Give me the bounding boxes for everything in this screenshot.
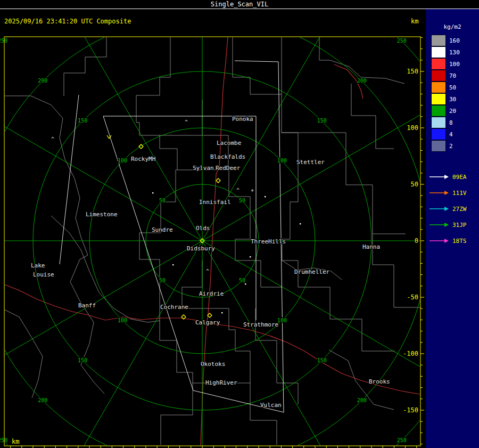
scale-value: 160	[449, 37, 460, 44]
ring-distance-label: 100	[118, 317, 127, 323]
town-label: Ponoka	[232, 116, 253, 123]
town-label: Stettler	[296, 159, 325, 166]
scale-value: 8	[449, 119, 453, 126]
town-label: Cochrane	[160, 304, 188, 311]
town-label: Limestone	[86, 211, 118, 218]
boundary-line	[51, 216, 160, 322]
radar-map-svg: ^^^^*PonokaLacombeBlackfaldsSylvanRedDee…	[0, 9, 426, 448]
town-label: Calgary	[195, 319, 220, 326]
ring-distance-label: 50	[239, 278, 245, 283]
boundary-line	[182, 260, 202, 308]
radar-arrow-icon	[429, 238, 449, 244]
ring-distance-label: 100	[277, 317, 287, 323]
ring-distance-label: 200	[38, 397, 47, 403]
town-label: Vulcan	[260, 402, 282, 409]
town-label: Blackfalds	[210, 153, 245, 160]
scale-value: 4	[449, 131, 453, 138]
boundary-line	[161, 383, 193, 445]
highway-line	[4, 284, 200, 321]
radar-site-legend: 09EA111V27ZW31JP18TS	[429, 169, 467, 249]
color-swatch	[431, 46, 446, 58]
boundary-line	[0, 96, 88, 259]
town-label: Okotoks	[201, 361, 225, 368]
ring-distance-label: 150	[317, 357, 327, 363]
town-label: Lake	[31, 262, 45, 269]
radar-arrow-icon	[429, 222, 449, 228]
y-axis-unit: km	[411, 18, 418, 25]
scale-value: 100	[449, 61, 460, 68]
boundary-line	[298, 287, 395, 351]
town-label: Airdrie	[199, 290, 224, 297]
point-marker	[265, 196, 266, 197]
y-axis-tick-label: 0	[415, 237, 418, 245]
ring-distance-label: 150	[317, 118, 327, 124]
y-axis-tick-label: -150	[403, 406, 418, 414]
color-swatch	[431, 82, 446, 93]
scale-entry: 70	[431, 70, 460, 82]
scale-entry: 8	[431, 117, 460, 128]
color-swatch	[431, 35, 446, 46]
coverage-outline	[103, 61, 284, 412]
scale-entry: 4	[431, 128, 460, 140]
point-marker	[221, 312, 222, 313]
scale-value: 30	[449, 96, 456, 103]
radar-site-id: 31JP	[452, 222, 467, 229]
town-label: ThreeHills	[251, 238, 286, 245]
radar-arrow-icon	[429, 190, 449, 196]
scale-value: 70	[449, 72, 456, 79]
color-swatch	[431, 93, 446, 105]
radar-site-id: 111V	[452, 190, 467, 197]
scan-timestamp: 2025/09/16 23:41:20 UTC Composite	[4, 18, 131, 25]
town-label: Sylvan	[193, 165, 214, 172]
ring-distance-label: 250	[397, 437, 407, 443]
ring-distance-label: 150	[78, 118, 87, 124]
scale-entry: 30	[431, 93, 460, 105]
town-label: Brooks	[369, 378, 390, 385]
scale-value: 2	[449, 143, 453, 150]
ring-distance-label: 50	[239, 198, 245, 203]
point-marker	[172, 264, 174, 265]
point-marker	[250, 256, 251, 257]
radar-site-id: 18TS	[452, 238, 467, 245]
y-axis-tick-label: -100	[403, 350, 418, 357]
color-swatch	[431, 117, 446, 128]
y-axis-tick-label: 100	[407, 124, 418, 132]
scale-entry: 130	[431, 46, 460, 58]
color-scale: 16013010070503020842	[431, 35, 460, 152]
radial-line	[202, 28, 426, 241]
legend-unit-label: kg/m2	[426, 23, 479, 30]
ring-distance-label: 200	[357, 78, 367, 84]
radar-plot[interactable]: ^^^^*PonokaLacombeBlackfaldsSylvanRedDee…	[0, 9, 426, 448]
ring-distance-label: 50	[159, 198, 166, 203]
y-axis-tick-label: -50	[407, 294, 418, 301]
radar-site-entry: 18TS	[429, 233, 467, 249]
city-marker-diamond	[216, 178, 220, 183]
point-marker	[300, 223, 301, 224]
town-label: Hanna	[362, 243, 380, 250]
town-label: Olds	[196, 225, 210, 232]
radar-site-entry: 27ZW	[429, 201, 467, 217]
ring-distance-label: 250	[0, 437, 7, 443]
color-swatch	[431, 140, 446, 152]
point-marker	[152, 192, 153, 193]
ring-distance-label: 200	[38, 78, 47, 84]
scale-value: 20	[449, 108, 456, 115]
point-marker	[245, 283, 246, 284]
town-label: Sundre	[152, 226, 173, 233]
town-label: RockyMH	[131, 156, 155, 162]
ring-distance-label: 100	[277, 158, 287, 164]
radial-line	[0, 241, 202, 448]
coverage-outline	[103, 116, 256, 320]
color-swatch	[431, 70, 446, 82]
ring-distance-label: 250	[397, 38, 407, 44]
ring-distance-label: 150	[78, 357, 87, 363]
legend-sidebar: kg/m2 16013010070503020842 09EA111V27ZW3…	[426, 9, 479, 448]
radar-site-entry: 09EA	[429, 169, 467, 185]
town-label: Innisfail	[199, 199, 231, 206]
town-label: HighRiver	[205, 379, 237, 386]
caret-marker: ^	[206, 268, 209, 274]
caret-marker: ^	[185, 119, 188, 125]
scale-value: 130	[449, 49, 460, 56]
radar-site-id: 27ZW	[452, 206, 467, 213]
radar-site-id: 09EA	[452, 174, 467, 181]
